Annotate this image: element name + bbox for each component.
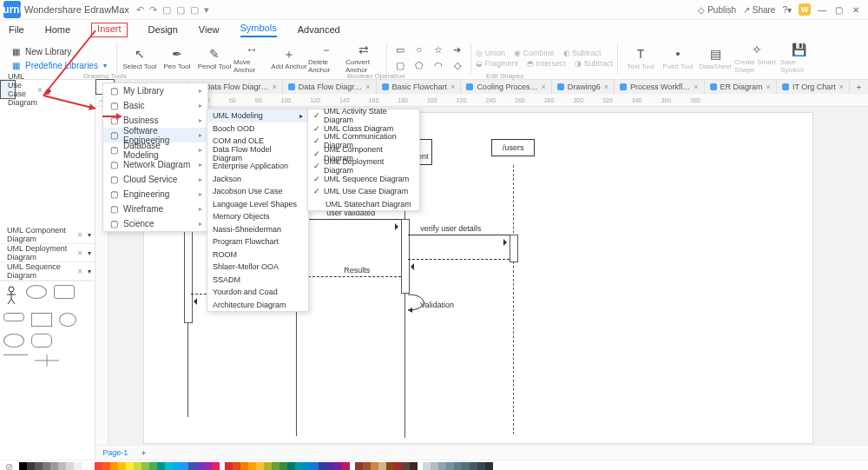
menu-symbols[interactable]: Symbols (240, 23, 277, 37)
activation-bar[interactable] (401, 219, 410, 294)
color-swatch[interactable] (110, 462, 118, 470)
qa-icon[interactable]: ▢ (190, 4, 199, 16)
arc-icon[interactable]: ◠ (430, 59, 447, 71)
new-tab-button[interactable]: ＋ (850, 82, 868, 93)
color-swatch[interactable] (264, 462, 272, 470)
tab[interactable]: Data Flow Diagr…× (283, 80, 377, 94)
color-swatch[interactable] (295, 462, 303, 470)
move-anchor[interactable]: ↔Move Anchor (233, 39, 270, 77)
color-swatch[interactable] (454, 462, 462, 470)
roundrect-icon[interactable]: ▢ (391, 59, 409, 71)
color-swatch[interactable] (43, 462, 50, 470)
color-swatch[interactable] (342, 462, 350, 470)
tab[interactable]: Drawing6× (552, 80, 615, 94)
share-link[interactable]: ↗ Share (743, 5, 775, 15)
submenu-item[interactable]: Jackson (207, 173, 308, 186)
color-swatch[interactable] (446, 462, 454, 470)
qa-dropdown-icon[interactable]: ▾ (204, 4, 209, 16)
color-swatch[interactable] (188, 462, 196, 470)
category-item[interactable]: ▢Database Modeling▸ (103, 142, 207, 157)
intersect-button[interactable]: ◓ Intersect (527, 59, 566, 68)
color-swatch[interactable] (363, 462, 371, 470)
shape-gallery[interactable]: ▭ ○ ☆ ➔ ▢ ⬠ ◠ ◇ (391, 43, 466, 73)
color-swatch[interactable] (431, 462, 438, 470)
submenu-item[interactable]: Nassi-Shneiderman (207, 223, 308, 236)
lifeline-users[interactable]: /users (491, 139, 535, 156)
submenu-item-active[interactable]: UML Modeling▸ (207, 109, 308, 122)
menu-design[interactable]: Design (148, 24, 178, 37)
color-swatch[interactable] (248, 462, 256, 470)
color-swatch[interactable] (141, 462, 149, 470)
rect-shape[interactable] (31, 313, 52, 327)
color-swatch[interactable] (355, 462, 363, 470)
submenu-item[interactable]: Jacobson Use Case (207, 185, 308, 198)
menu-item[interactable]: ✓UML Activity State Diagram (308, 109, 419, 122)
save-symbol[interactable]: 💾Save Symbol (780, 39, 817, 77)
connector-shape[interactable] (35, 354, 59, 367)
menu-item[interactable]: UML Statechart Diagram (308, 198, 419, 211)
color-swatch[interactable] (134, 462, 141, 470)
color-swatch[interactable] (319, 462, 326, 470)
qa-icon[interactable]: ▢ (176, 4, 185, 16)
usecase-shape[interactable] (26, 285, 47, 299)
category-item[interactable]: ▢Science▸ (103, 216, 207, 231)
ellipse-shape[interactable] (3, 334, 24, 348)
capsule-shape[interactable] (3, 313, 24, 321)
callout-icon[interactable]: ◇ (449, 59, 466, 71)
color-swatch[interactable] (19, 462, 27, 470)
redo-icon[interactable]: ↷ (149, 4, 157, 16)
color-swatch[interactable] (402, 462, 410, 470)
close-icon[interactable]: × (37, 85, 43, 95)
page-tab[interactable]: Page-1 (95, 448, 135, 457)
submenu-item[interactable]: Architecture Diagram (207, 299, 308, 312)
union-button[interactable]: ◎ Union (476, 49, 505, 57)
menu-advanced[interactable]: Advanced (298, 24, 340, 37)
box-shape[interactable] (54, 285, 75, 299)
open-lib[interactable]: UML Component Diagram×▾ (0, 226, 95, 244)
submenu-item[interactable]: Program Flowchart (207, 235, 308, 248)
submenu-item[interactable]: ROOM (207, 248, 308, 261)
delete-anchor[interactable]: －Delete Anchor (308, 39, 345, 77)
qa-icon[interactable]: ▢ (162, 4, 171, 16)
select-tool[interactable]: ↖Select Tool (122, 39, 158, 77)
color-swatch[interactable] (240, 462, 248, 470)
color-swatch[interactable] (225, 462, 233, 470)
color-swatch[interactable] (74, 462, 82, 470)
pen-tool[interactable]: ✒Pen Tool (159, 39, 195, 77)
arrow-shape-icon[interactable]: ➔ (449, 43, 466, 56)
create-smart-shape[interactable]: ✧Create Smart Shape (734, 39, 779, 77)
activation-bar[interactable] (510, 235, 518, 262)
open-lib[interactable]: UML Sequence Diagram×▾ (0, 262, 95, 281)
color-swatch[interactable] (204, 462, 212, 470)
menu-view[interactable]: View (199, 24, 220, 37)
color-swatch[interactable] (394, 462, 402, 470)
menu-insert[interactable]: Insert (91, 23, 128, 37)
datasheet-button[interactable]: ▤DataSheet (697, 39, 733, 77)
color-swatch[interactable] (35, 462, 43, 470)
category-item[interactable]: ▢My Library▸ (103, 83, 207, 98)
color-swatch[interactable] (66, 462, 74, 470)
undo-icon[interactable]: ↶ (136, 4, 144, 16)
minimize-icon[interactable]: — (818, 5, 828, 15)
category-item[interactable]: ▢Cloud Service▸ (103, 172, 207, 187)
rect-icon[interactable]: ▭ (391, 43, 409, 56)
menu-item[interactable]: ✓UML Use Case Diagram (308, 185, 419, 198)
color-swatch[interactable] (95, 462, 102, 470)
star-icon[interactable]: ☆ (430, 43, 447, 56)
nofill-button[interactable]: ⊘ (5, 461, 13, 471)
tab[interactable]: Cooling Proces…× (461, 80, 551, 94)
color-swatch[interactable] (181, 462, 188, 470)
color-swatch[interactable] (212, 462, 220, 470)
circle-icon[interactable]: ○ (411, 43, 428, 56)
color-swatch[interactable] (196, 462, 204, 470)
color-swatch[interactable] (165, 462, 173, 470)
submenu-item[interactable]: Data Flow Model Diagram (207, 148, 308, 161)
color-swatch[interactable] (173, 462, 181, 470)
category-item[interactable]: ▢Engineering▸ (103, 187, 207, 202)
rounded-shape[interactable] (31, 334, 52, 348)
category-item[interactable]: ▢Basic▸ (103, 98, 207, 113)
color-swatch[interactable] (279, 462, 287, 470)
text-tool[interactable]: TText Tool (622, 39, 659, 77)
color-swatch[interactable] (423, 462, 431, 470)
menu-file[interactable]: File (9, 24, 24, 37)
